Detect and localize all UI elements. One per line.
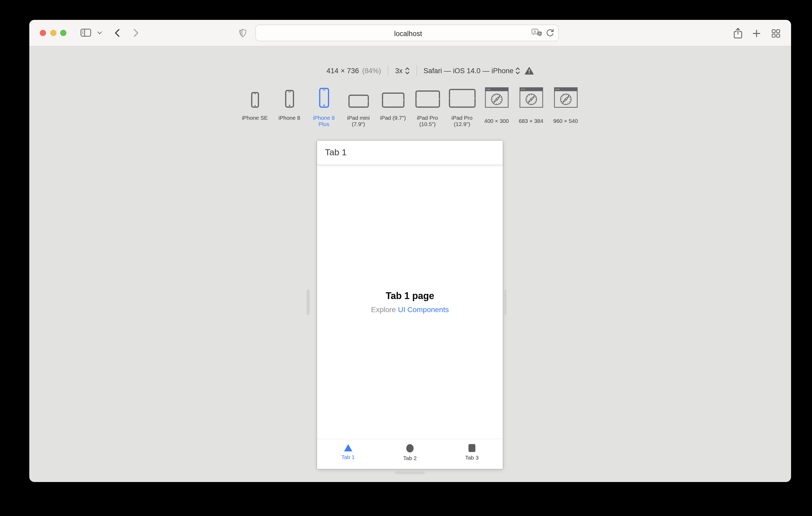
- device-ipad-pro-10[interactable]: iPad Pro (10.5"): [411, 87, 444, 127]
- grid-icon: [772, 29, 780, 38]
- rdm-info-bar: 414 × 736 (84%) 3x Safari — iOS 14.0 — i…: [326, 65, 534, 76]
- zoom-percent: (84%): [362, 67, 381, 74]
- page-subtitle: ExploreUI Components: [371, 305, 449, 314]
- back-button[interactable]: [115, 29, 120, 37]
- forward-button[interactable]: [134, 29, 139, 37]
- iphone-icon: [319, 87, 329, 108]
- resize-handle-right[interactable]: [503, 289, 506, 315]
- user-agent-selector[interactable]: Safari — iOS 14.0 — iPhone: [424, 67, 520, 74]
- subtitle-prefix: Explore: [371, 305, 396, 314]
- privacy-shield-button[interactable]: [239, 29, 246, 38]
- address-bar-icons: A a: [531, 25, 554, 41]
- ipad-icon: [348, 87, 369, 108]
- divider: [388, 65, 388, 76]
- url-input[interactable]: [256, 25, 560, 42]
- reload-icon[interactable]: [546, 29, 554, 37]
- browser-toolbar: A a: [29, 20, 791, 47]
- svg-text:a: a: [539, 32, 541, 35]
- close-button[interactable]: [40, 30, 46, 36]
- translate-icon[interactable]: A a: [531, 29, 542, 37]
- new-tab-button[interactable]: [753, 30, 760, 37]
- chevron-left-icon: [115, 29, 120, 37]
- preset-960x540[interactable]: 960 × 540: [549, 87, 582, 127]
- circle-icon: [406, 444, 414, 453]
- chevron-down-icon: [97, 31, 102, 34]
- zoom-button[interactable]: [60, 30, 66, 36]
- safari-window: A a: [29, 20, 791, 482]
- screenshot-stage: A a: [0, 0, 812, 516]
- divider: [416, 65, 417, 76]
- traffic-lights: [40, 30, 66, 36]
- preview-nav-bar: Tab 1: [317, 141, 503, 165]
- share-icon: [733, 28, 743, 39]
- minimize-button[interactable]: [50, 30, 56, 36]
- viewport-dimensions[interactable]: 414 × 736: [326, 67, 359, 74]
- sidebar-menu-button[interactable]: [97, 31, 102, 34]
- exclamation-triangle-icon: [525, 67, 534, 74]
- device-iphone-se[interactable]: iPhone SE: [238, 87, 271, 127]
- ipad-icon: [382, 87, 404, 108]
- resize-handle-bottom[interactable]: [395, 471, 425, 474]
- plus-icon: [753, 30, 760, 37]
- svg-text:A: A: [534, 30, 536, 34]
- chevron-right-icon: [134, 29, 139, 37]
- up-down-chevrons-icon: [516, 67, 520, 74]
- ipad-icon: [448, 87, 475, 108]
- preview-tab-1[interactable]: Tab 1: [317, 439, 379, 469]
- preview-nav-title: Tab 1: [325, 147, 347, 157]
- triangle-icon: [344, 444, 352, 452]
- preset-683x384[interactable]: 683 × 384: [514, 87, 548, 127]
- device-ipad[interactable]: iPad (9.7"): [376, 87, 410, 127]
- safari-window-icon: [554, 87, 577, 108]
- preview-tab-bar: Tab 1 Tab 2 Tab 3: [317, 438, 503, 469]
- device-ipad-mini[interactable]: iPad mini (7.9"): [342, 87, 375, 127]
- device-ipad-pro-12[interactable]: iPad Pro (12.9"): [445, 87, 479, 127]
- ui-components-link[interactable]: UI Components: [398, 305, 449, 314]
- device-iphone-8-plus[interactable]: iPhone 8 Plus: [307, 87, 341, 127]
- device-preset-strip: iPhone SE iPhone 8: [29, 87, 791, 127]
- ipad-icon: [415, 87, 440, 108]
- tab-overview-button[interactable]: [772, 29, 780, 38]
- shield-icon: [239, 29, 246, 38]
- up-down-chevrons-icon: [405, 67, 409, 74]
- preset-400x300[interactable]: 400 × 300: [480, 87, 513, 127]
- iphone-icon: [251, 87, 259, 108]
- safari-window-icon: [519, 87, 543, 108]
- pixel-ratio-selector[interactable]: 3x: [395, 67, 410, 74]
- sidebar-icon: [81, 29, 91, 37]
- resize-handle-left[interactable]: [307, 289, 310, 315]
- share-button[interactable]: [733, 28, 743, 39]
- rounded-square-icon: [468, 444, 475, 452]
- safari-window-icon: [485, 87, 508, 108]
- device-iphone-8[interactable]: iPhone 8: [272, 87, 306, 127]
- sidebar-toggle-button[interactable]: [81, 29, 91, 37]
- address-bar[interactable]: A a: [255, 25, 559, 41]
- preview-tab-3[interactable]: Tab 3: [441, 439, 503, 469]
- preview-page-body: Tab 1 page ExploreUI Components: [317, 165, 503, 439]
- viewport-preview: Tab 1 Tab 1 page ExploreUI Components Ta…: [317, 141, 503, 469]
- page-title: Tab 1 page: [385, 291, 434, 302]
- warning-button[interactable]: [525, 67, 534, 74]
- preview-tab-2[interactable]: Tab 2: [379, 439, 441, 469]
- iphone-icon: [285, 87, 294, 108]
